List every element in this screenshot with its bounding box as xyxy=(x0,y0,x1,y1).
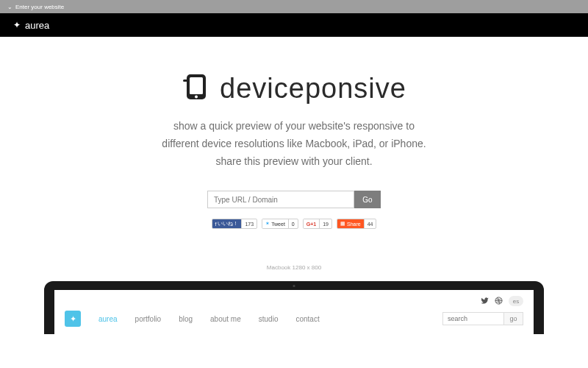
top-input-bar[interactable]: ⌄ Enter your website xyxy=(0,0,588,13)
tagline: show a quick preview of your website's r… xyxy=(0,118,588,170)
url-input[interactable] xyxy=(207,191,354,208)
preview-nav: ✦ aurea portfolio blog about me studio c… xyxy=(65,311,523,327)
facebook-icon: f xyxy=(215,222,217,227)
main-content: deviceponsive show a quick preview of yo… xyxy=(0,37,588,334)
google-plus-button[interactable]: G+119 xyxy=(303,219,332,229)
twitter-icon[interactable] xyxy=(481,297,489,306)
facebook-like-button[interactable]: fいいね！173 xyxy=(212,219,258,229)
url-row: Go xyxy=(0,191,588,208)
brand-icon: ✦ xyxy=(13,20,21,30)
macbook-frame: es ✦ aurea portfolio blog about me studi… xyxy=(44,281,544,334)
tweet-button[interactable]: ✶Tweet0 xyxy=(262,219,298,229)
preview-search-button[interactable]: go xyxy=(504,312,523,325)
page-title: deviceponsive xyxy=(220,73,406,105)
twitter-icon: ✶ xyxy=(265,221,270,227)
preview-site: es ✦ aurea portfolio blog about me studi… xyxy=(54,290,534,334)
nav-link-aurea[interactable]: aurea xyxy=(98,315,118,323)
social-row: fいいね！173 ✶Tweet0 G+119 ▦Share44 xyxy=(0,219,588,229)
device-resolution-label: Macbook 1280 x 800 xyxy=(0,264,588,271)
preview-logo-icon[interactable]: ✦ xyxy=(65,311,81,327)
preview-top-row: es xyxy=(65,296,523,306)
macbook-screen: es ✦ aurea portfolio blog about me studi… xyxy=(44,290,544,334)
svg-rect-3 xyxy=(183,79,188,82)
tagline-line: share this preview with your client. xyxy=(0,153,588,171)
nav-link-about[interactable]: about me xyxy=(210,315,241,323)
logo-row: deviceponsive xyxy=(0,72,588,105)
top-input-label: Enter your website xyxy=(15,4,64,10)
language-toggle[interactable]: es xyxy=(509,296,523,306)
preview-search-input[interactable] xyxy=(442,312,504,325)
device-icon xyxy=(182,72,211,105)
tagline-line: different device resolutions like Macboo… xyxy=(0,135,588,153)
macbook-bezel-top xyxy=(44,281,544,290)
dribbble-icon[interactable] xyxy=(495,297,503,306)
nav-link-portfolio[interactable]: portfolio xyxy=(135,315,162,323)
nav-link-blog[interactable]: blog xyxy=(179,315,193,323)
svg-rect-1 xyxy=(190,77,203,94)
nav-link-studio[interactable]: studio xyxy=(259,315,279,323)
brand-name: aurea xyxy=(25,20,49,31)
camera-icon xyxy=(293,285,295,287)
share-icon: ▦ xyxy=(340,221,345,227)
svg-point-2 xyxy=(195,96,198,99)
nav-link-contact[interactable]: contact xyxy=(295,315,319,323)
tagline-line: show a quick preview of your website's r… xyxy=(0,118,588,135)
brand-bar: ✦ aurea xyxy=(0,13,588,37)
share-button[interactable]: ▦Share44 xyxy=(337,219,376,229)
chevron-down-icon: ⌄ xyxy=(7,4,12,10)
go-button[interactable]: Go xyxy=(354,191,381,208)
preview-search-group: go xyxy=(442,312,523,325)
